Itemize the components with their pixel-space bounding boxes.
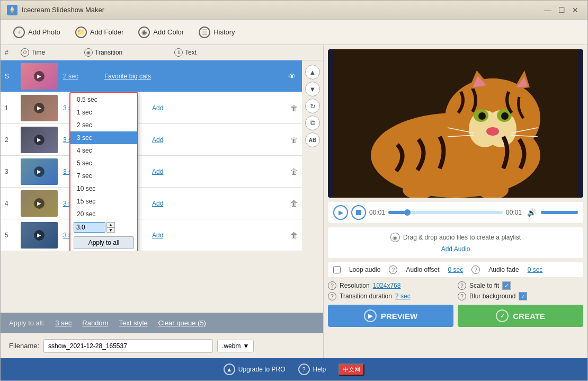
delete-icon-2[interactable]: 🗑 <box>290 136 298 144</box>
audio-fade-help-icon: ? <box>471 265 480 274</box>
slide-row-1[interactable]: 1 ▶ 3 sec Random Add 🗑 <box>1 92 302 124</box>
dropdown-option-10sec[interactable]: 10 sec <box>70 182 137 195</box>
resolution-setting: ? Resolution 1024x768 <box>328 281 453 290</box>
delete-icon-3[interactable]: 🗑 <box>290 167 298 176</box>
help-icon: ? <box>298 364 310 375</box>
col-header-text: ℹ Text <box>174 48 319 57</box>
dropdown-option-05sec[interactable]: 0.5 sec <box>70 93 137 106</box>
language-button[interactable]: 中文网 <box>338 364 364 376</box>
close-button[interactable]: ✕ <box>569 4 581 16</box>
col-header-num: # <box>5 49 21 56</box>
add-folder-button[interactable]: 📁 Add Folder <box>69 23 130 41</box>
dropdown-option-1sec[interactable]: 1 sec <box>70 106 137 119</box>
apply-bar-random[interactable]: Random <box>82 319 108 327</box>
row-thumb-2: ▶ <box>21 127 58 153</box>
col-header-transition: ◉ Transition <box>84 48 174 57</box>
title-bar: 🍦 Icecream Slideshow Maker — ☐ ✕ <box>1 1 587 20</box>
row-text-2[interactable]: Add <box>148 136 290 144</box>
time-col-icon: ⏱ <box>21 48 29 57</box>
table-header: # ⏱ Time ◉ Transition ℹ Text <box>1 45 323 60</box>
dropdown-custom-input[interactable] <box>74 222 105 233</box>
spin-up-button[interactable]: ▲ <box>106 222 115 227</box>
add-color-label: Add Color <box>153 28 184 36</box>
blur-help-icon: ? <box>458 292 466 300</box>
apply-bar-text-style[interactable]: Text style <box>119 319 147 327</box>
dropdown-option-4sec[interactable]: 4 sec <box>70 144 137 157</box>
loop-audio-checkbox[interactable] <box>333 266 341 273</box>
move-down-button[interactable]: ▼ <box>305 82 320 96</box>
slide-row-4[interactable]: 4 ▶ 3 sec Random Add 🗑 <box>1 188 302 219</box>
footer-bar: ▲ Upgrade to PRO ? Help 中文网 <box>1 358 587 380</box>
history-button[interactable]: ☰ History <box>192 23 241 41</box>
row-thumb-1: ▶ <box>21 95 58 121</box>
progress-bar[interactable] <box>388 211 503 214</box>
add-audio-link[interactable]: Add Audio <box>333 245 578 253</box>
delete-icon-4[interactable]: 🗑 <box>290 199 298 208</box>
progress-dot <box>404 209 411 216</box>
toolbar: ＋ Add Photo 📁 Add Folder ◉ Add Color ☰ H… <box>1 20 587 45</box>
upgrade-pro-button[interactable]: ▲ Upgrade to PRO <box>224 364 286 375</box>
audio-fade-label: Audio fade <box>488 266 519 273</box>
volume-bar[interactable] <box>541 211 578 214</box>
dropdown-option-20sec[interactable]: 20 sec <box>70 208 137 220</box>
scale-setting: ? Scale to fit ✓ <box>458 281 583 290</box>
eye-icon-s[interactable]: 👁 <box>288 72 296 81</box>
add-color-button[interactable]: ◉ Add Color <box>132 23 190 41</box>
window-title: Icecream Slideshow Maker <box>22 6 104 14</box>
audio-fade-value[interactable]: 0 sec <box>528 266 543 273</box>
refresh-button[interactable]: ↻ <box>305 99 320 113</box>
blur-checkbox[interactable]: ✓ <box>519 292 527 300</box>
resolution-value[interactable]: 1024x768 <box>373 282 401 289</box>
preview-button[interactable]: ▶ PREVIEW <box>328 305 453 327</box>
maximize-button[interactable]: ☐ <box>556 4 567 16</box>
extension-selector[interactable]: .webm ▼ <box>217 340 254 352</box>
progress-fill <box>388 211 405 214</box>
title-bar-left: 🍦 Icecream Slideshow Maker <box>7 5 104 15</box>
extension-label: .webm <box>222 342 240 350</box>
row-text-4[interactable]: Add <box>148 200 290 207</box>
slide-row-5[interactable]: 5 ▶ 3 sec Random Add 🗑 <box>1 219 302 251</box>
add-color-icon: ◉ <box>138 26 150 38</box>
dropdown-option-15sec[interactable]: 15 sec <box>70 195 137 208</box>
volume-button[interactable]: 🔊 <box>525 206 538 219</box>
create-button[interactable]: ✓ CREATE <box>458 305 583 327</box>
add-photo-button[interactable]: ＋ Add Photo <box>7 23 67 41</box>
dropdown-option-2sec[interactable]: 2 sec <box>70 119 137 131</box>
apply-bar-label: Apply to all: <box>9 319 44 327</box>
move-up-button[interactable]: ▲ <box>305 65 320 79</box>
spin-down-button[interactable]: ▼ <box>106 227 115 233</box>
resolution-label: Resolution <box>340 282 370 289</box>
dropdown-option-5sec[interactable]: 5 sec <box>70 157 137 170</box>
dropdown-option-7sec[interactable]: 7 sec <box>70 170 137 182</box>
minimize-button[interactable]: — <box>542 4 554 16</box>
transition-duration-value[interactable]: 2 sec <box>395 293 411 300</box>
preview-button-icon: ▶ <box>364 309 377 322</box>
slide-row-2[interactable]: 2 ▶ 3 sec Random Add 🗑 <box>1 124 302 156</box>
filename-label: Filename: <box>9 342 39 350</box>
delete-icon-1[interactable]: 🗑 <box>290 104 298 112</box>
stop-button[interactable] <box>351 205 366 220</box>
slide-row-3[interactable]: 3 ▶ 3 sec Random Add 🗑 <box>1 156 302 188</box>
row-time-s[interactable]: 2 sec <box>58 73 100 80</box>
copy-button[interactable]: ⧉ <box>305 116 320 130</box>
row-text-1[interactable]: Add <box>148 104 290 112</box>
apply-bar-time[interactable]: 3 sec <box>55 319 72 327</box>
apply-to-all-dropdown-button[interactable]: Apply to all <box>74 236 134 249</box>
row-text-3[interactable]: Add <box>148 168 290 175</box>
stop-icon <box>356 210 361 215</box>
dropdown-option-3sec[interactable]: 3 sec <box>70 131 137 144</box>
row-title-s[interactable]: Favorite big cats <box>100 73 288 80</box>
apply-bar-clear-queue[interactable]: Clear queue (5) <box>158 319 206 327</box>
help-button[interactable]: ? Help <box>298 364 326 375</box>
audio-offset-value[interactable]: 0 sec <box>448 266 464 273</box>
scale-checkbox[interactable]: ✓ <box>502 281 511 290</box>
row-text-5[interactable]: Add <box>148 232 290 239</box>
settings-grid: ? Resolution 1024x768 ? Scale to fit ✓ ?… <box>328 281 583 300</box>
slide-row-s[interactable]: S ▶ 2 sec Favorite big cats 👁 <box>1 60 302 92</box>
filename-input[interactable] <box>43 339 213 353</box>
delete-icon-5[interactable]: 🗑 <box>290 231 298 240</box>
settings-row-2: ? Transition duration 2 sec ? Blur backg… <box>328 292 583 300</box>
play-button[interactable]: ▶ <box>333 205 348 220</box>
history-label: History <box>213 28 235 36</box>
ab-button[interactable]: AB <box>305 132 320 147</box>
